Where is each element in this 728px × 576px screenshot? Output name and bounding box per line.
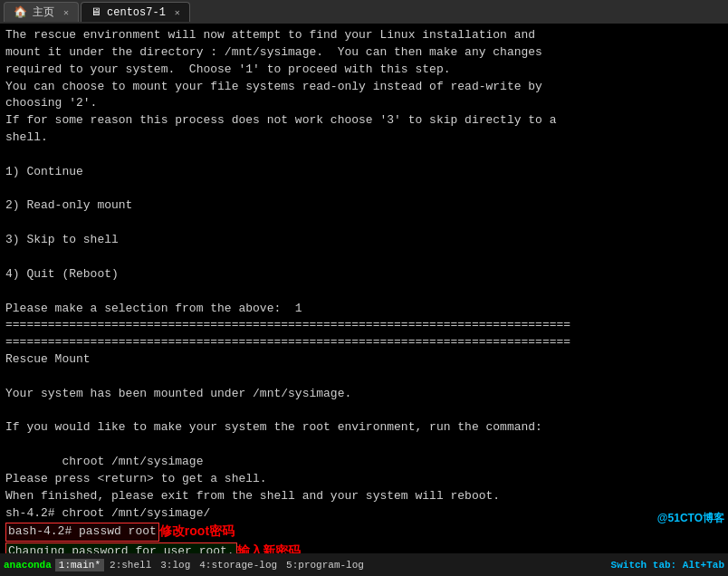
tab-centos-close[interactable]: ✕ — [175, 7, 180, 18]
annotation-root: 修改root密码 — [159, 523, 235, 538]
terminal-area[interactable]: The rescue environment will now attempt … — [0, 24, 728, 553]
home-icon: 🏠 — [14, 5, 27, 19]
tab-home[interactable]: 🏠 主页 ✕ — [4, 2, 79, 22]
tab-centos[interactable]: 🖥 centos7-1 ✕ — [81, 2, 190, 22]
tab-home-label: 主页 — [33, 5, 54, 20]
terminal-text: The rescue environment will now attempt … — [5, 27, 723, 553]
terminal-content: The rescue environment will now attempt … — [5, 27, 723, 553]
passwd-cmd-highlight: bash-4.2# passwd root — [5, 523, 159, 542]
status-session-main[interactable]: 1:main* — [55, 559, 104, 571]
status-shell[interactable]: 2:shell — [106, 559, 155, 571]
tab-bar: 🏠 主页 ✕ 🖥 centos7-1 ✕ — [0, 0, 728, 24]
tab-centos-label: centos7-1 — [107, 6, 166, 19]
status-bar: anaconda 1:main* 2:shell 3:log 4:storage… — [0, 553, 728, 576]
tab-home-close[interactable]: ✕ — [63, 7, 69, 18]
terminal-icon: 🖥 — [91, 5, 101, 19]
watermark: @51CTO博客 — [657, 511, 724, 526]
changing-line-highlight: Changing password for user root. — [5, 542, 237, 554]
status-program-log[interactable]: 5:program-log — [283, 559, 368, 571]
status-log[interactable]: 3:log — [157, 559, 194, 571]
status-storage-log[interactable]: 4:storage-log — [196, 559, 281, 571]
status-switch-hint: Switch tab: Alt+Tab — [611, 560, 724, 571]
annotation-new: 输入新密码 — [237, 543, 301, 553]
status-prefix: anaconda — [4, 560, 52, 571]
